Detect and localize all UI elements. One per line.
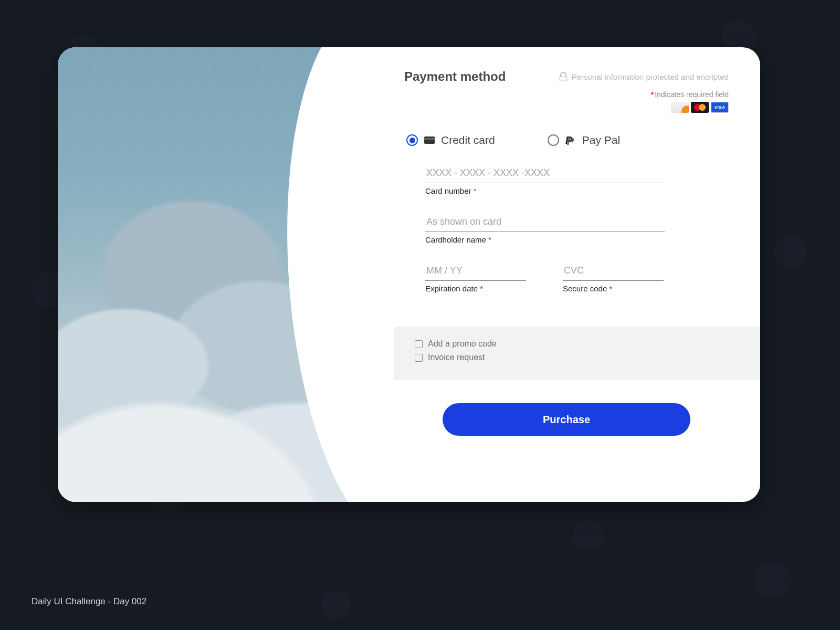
checkbox-unchecked-icon xyxy=(415,354,423,362)
footer-caption: Daily UI Challenge - Day 002 xyxy=(32,596,146,607)
payment-method-credit-card[interactable]: Credit card xyxy=(406,134,495,146)
method-label: Credit card xyxy=(441,134,495,146)
mastercard-logo-icon xyxy=(691,102,709,113)
protected-note: Personal information protected and encri… xyxy=(559,72,729,81)
extras-panel: Add a promo code Invoice request xyxy=(394,327,760,380)
invoice-request-checkbox[interactable]: Invoice request xyxy=(415,353,739,362)
credit-card-icon xyxy=(424,136,435,144)
purchase-button[interactable]: Purchase xyxy=(443,403,690,436)
page-title: Payment method xyxy=(404,69,506,84)
expiration-label: Expiration date * xyxy=(425,284,526,293)
card-number-input[interactable] xyxy=(425,164,665,183)
lock-icon xyxy=(559,72,568,81)
card-number-label: Card number * xyxy=(425,186,729,195)
payment-method-paypal[interactable]: P Pay Pal xyxy=(548,134,620,146)
card-brand-logos: VISA xyxy=(404,102,729,113)
promo-code-checkbox[interactable]: Add a promo code xyxy=(415,339,739,349)
protected-text: Personal information protected and encri… xyxy=(572,72,729,81)
required-field-note: *Indicates required field xyxy=(404,90,729,99)
invoice-request-label: Invoice request xyxy=(428,353,485,362)
radio-selected-icon xyxy=(406,134,418,146)
hero-image-clouds xyxy=(58,47,394,502)
paypal-icon: P xyxy=(565,134,576,146)
payment-form: Payment method Personal information prot… xyxy=(394,47,760,502)
method-label: Pay Pal xyxy=(582,134,620,146)
cvc-label: Secure code * xyxy=(563,284,664,293)
expiration-input[interactable] xyxy=(425,262,526,281)
cvc-input[interactable] xyxy=(563,262,664,281)
payment-card: Payment method Personal information prot… xyxy=(58,47,760,502)
discover-logo-icon xyxy=(671,102,689,113)
radio-unselected-icon xyxy=(548,134,559,146)
cardholder-name-input[interactable] xyxy=(425,213,665,232)
checkbox-unchecked-icon xyxy=(415,340,423,348)
promo-code-label: Add a promo code xyxy=(428,339,497,349)
cardholder-name-label: Cardholder name * xyxy=(425,235,729,244)
visa-logo-icon: VISA xyxy=(711,102,729,113)
